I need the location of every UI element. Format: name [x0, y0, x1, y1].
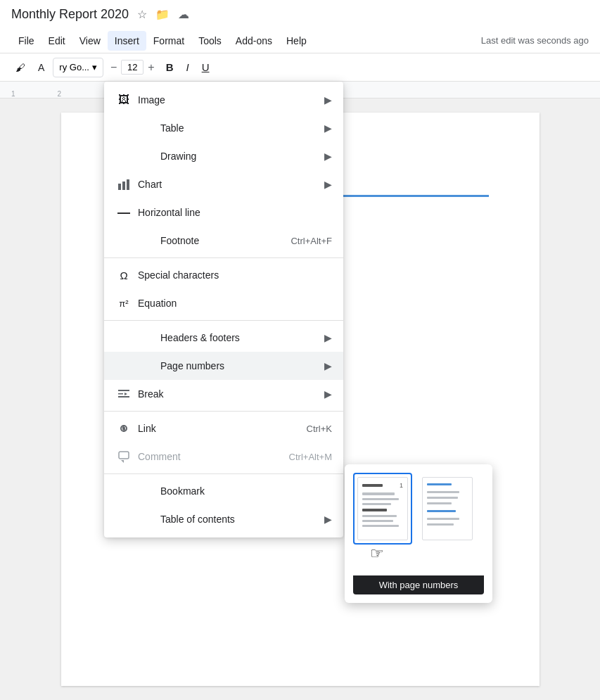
menu-item-image[interactable]: 🖼 Image ▶: [104, 86, 343, 114]
image-icon: 🖼: [115, 91, 132, 108]
link-shortcut: Ctrl+K: [307, 424, 332, 434]
comment-icon: [115, 448, 132, 465]
menu-item-page-numbers[interactable]: Page numbers ▶: [104, 352, 343, 380]
document-title: Monthly Report 2020: [11, 7, 129, 22]
comment-shortcut: Ctrl+Alt+M: [289, 452, 332, 462]
svg-rect-5: [118, 396, 129, 397]
menu-item-table[interactable]: Table ▶: [104, 114, 343, 142]
insert-dropdown-menu: 🖼 Image ▶ Table ▶ Drawing ▶ Chart ▶ — Ho…: [104, 82, 343, 537]
submenu-tooltip: With page numbers: [353, 575, 484, 594]
special-chars-icon: Ω: [115, 267, 132, 284]
drawing-arrow-icon: ▶: [324, 151, 332, 162]
menu-file[interactable]: File: [11, 31, 42, 51]
image-arrow-icon: ▶: [324, 94, 332, 106]
menu-break-label: Break: [138, 388, 324, 400]
separator-3: [104, 411, 343, 412]
cursor-pointer: ☞: [370, 545, 501, 563]
menu-item-equation[interactable]: π² Equation: [104, 289, 343, 317]
table-arrow-icon: ▶: [324, 122, 332, 134]
footnote-shortcut: Ctrl+Alt+F: [291, 236, 332, 246]
svg-rect-4: [118, 393, 123, 395]
page-numbers-submenu: 1 ☞ With: [345, 464, 492, 603]
svg-rect-2: [127, 179, 129, 190]
page-preview-plain: [422, 477, 473, 540]
table-of-contents-arrow-icon: ▶: [324, 514, 332, 525]
submenu-options: 1: [353, 473, 484, 545]
bookmark-spacer: [115, 483, 132, 499]
menu-item-table-of-contents[interactable]: Table of contents ▶: [104, 505, 343, 533]
cloud-icon[interactable]: ☁: [175, 5, 192, 24]
separator-2: [104, 320, 343, 321]
menu-item-break[interactable]: Break ▶: [104, 380, 343, 408]
menu-page-numbers-label: Page numbers: [160, 360, 324, 371]
toolbar-format-clear[interactable]: A: [34, 59, 49, 76]
menu-item-drawing[interactable]: Drawing ▶: [104, 142, 343, 170]
menu-view[interactable]: View: [72, 31, 108, 51]
font-dropdown-icon: ▾: [92, 62, 97, 72]
break-icon: [115, 386, 132, 402]
underline-button[interactable]: U: [198, 58, 214, 76]
horizontal-line-icon: —: [115, 204, 132, 221]
separator-4: [104, 473, 343, 474]
star-icon[interactable]: ☆: [134, 5, 150, 24]
menu-horizontal-line-label: Horizontal line: [138, 207, 332, 218]
menu-footnote-label: Footnote: [160, 235, 291, 246]
menu-help[interactable]: Help: [279, 31, 314, 51]
menu-item-comment: Comment Ctrl+Alt+M: [104, 443, 343, 471]
menu-table-label: Table: [160, 122, 324, 134]
menu-headers-footers-label: Headers & footers: [160, 332, 324, 343]
svg-rect-6: [119, 452, 129, 459]
menu-addons[interactable]: Add-ons: [229, 31, 279, 51]
toolbar-paint-format[interactable]: 🖌: [11, 59, 30, 76]
menu-item-special-chars[interactable]: Ω Special characters: [104, 261, 343, 289]
footnote-spacer: [115, 232, 132, 249]
submenu-option-with-page-numbers[interactable]: 1: [353, 473, 412, 545]
menu-item-link[interactable]: Link Ctrl+K: [104, 414, 343, 443]
menu-image-label: Image: [138, 94, 324, 106]
svg-rect-0: [118, 184, 121, 190]
page-preview-numbers: 1: [357, 477, 408, 540]
table-of-contents-spacer: [115, 511, 132, 528]
svg-rect-3: [118, 390, 129, 391]
svg-rect-1: [122, 182, 125, 190]
chart-arrow-icon: ▶: [324, 179, 332, 190]
last-edit-label: Last edit was seconds ago: [481, 35, 589, 46]
menu-bar: File Edit View Insert Format Tools Add-o…: [0, 28, 600, 53]
page-numbers-arrow-icon: ▶: [324, 360, 332, 371]
font-name: ry Go...: [59, 62, 89, 72]
menu-item-chart[interactable]: Chart ▶: [104, 170, 343, 198]
font-size-decrease[interactable]: −: [108, 60, 120, 75]
menu-drawing-label: Drawing: [160, 151, 324, 162]
menu-item-horizontal-line[interactable]: — Horizontal line: [104, 198, 343, 227]
link-icon: [115, 420, 132, 437]
menu-equation-label: Equation: [138, 298, 332, 309]
menu-special-chars-label: Special characters: [138, 269, 332, 281]
menu-bookmark-label: Bookmark: [160, 485, 332, 497]
folder-icon[interactable]: 📁: [153, 5, 172, 24]
font-size-input[interactable]: [121, 60, 143, 75]
title-bar: Monthly Report 2020 ☆ 📁 ☁: [0, 0, 600, 28]
menu-link-label: Link: [138, 423, 307, 434]
menu-tools[interactable]: Tools: [191, 31, 229, 51]
bold-button[interactable]: B: [162, 58, 178, 76]
equation-icon: π²: [115, 295, 132, 312]
menu-insert[interactable]: Insert: [108, 31, 146, 51]
font-size-increase[interactable]: +: [145, 60, 157, 75]
menu-format[interactable]: Format: [146, 31, 191, 51]
toolbar: 🖌 A ry Go... ▾ − + B I U: [0, 53, 600, 82]
font-selector[interactable]: ry Go... ▾: [53, 58, 103, 77]
submenu-option-plain[interactable]: [418, 473, 477, 545]
menu-item-headers-footers[interactable]: Headers & footers ▶: [104, 324, 343, 352]
menu-item-footnote[interactable]: Footnote Ctrl+Alt+F: [104, 227, 343, 255]
separator-1: [104, 257, 343, 258]
headers-footers-spacer: [115, 329, 132, 346]
headers-footers-arrow-icon: ▶: [324, 332, 332, 343]
italic-button[interactable]: I: [182, 58, 193, 76]
table-spacer: [115, 120, 132, 136]
menu-chart-label: Chart: [138, 179, 324, 190]
menu-item-bookmark[interactable]: Bookmark: [104, 477, 343, 505]
menu-table-of-contents-label: Table of contents: [160, 514, 324, 525]
menu-edit[interactable]: Edit: [42, 31, 72, 51]
break-arrow-icon: ▶: [324, 388, 332, 400]
page-numbers-spacer: [115, 357, 132, 374]
